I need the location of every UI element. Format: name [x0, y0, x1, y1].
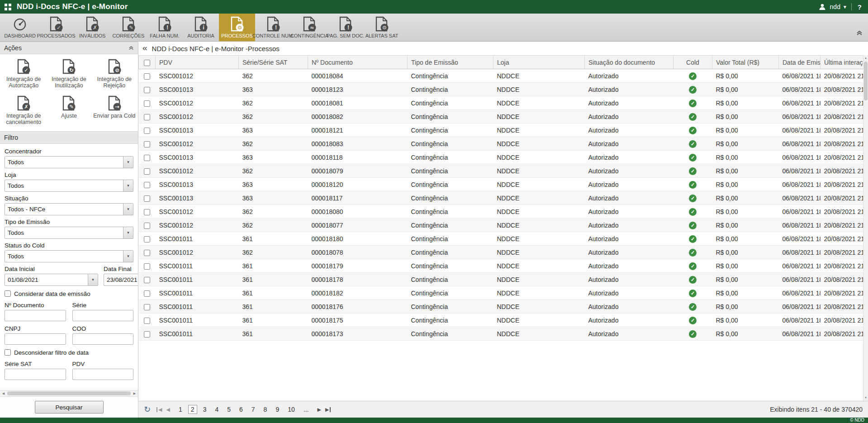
row-checkbox[interactable] — [144, 290, 150, 297]
user-menu-button[interactable]: ndd ▼ — [830, 3, 847, 10]
table-row[interactable]: SSC001013363000018121ContingênciaNDDCEAu… — [139, 124, 863, 137]
column-header-1[interactable]: PDV — [156, 56, 239, 69]
tab-falha-num[interactable]: !FALHA NUM. — [147, 14, 183, 41]
tab-auditoria[interactable]: iAUDITORIA — [183, 14, 219, 41]
row-checkbox[interactable] — [144, 168, 150, 175]
row-checkbox[interactable] — [144, 223, 150, 229]
scrollbar-thumb[interactable] — [7, 391, 131, 395]
coo-input[interactable] — [72, 333, 134, 345]
table-row[interactable]: SSC001011361000018175ContingênciaNDDCEAu… — [139, 314, 863, 327]
page-10-button[interactable]: 10 — [285, 405, 298, 414]
sidebar-horizontal-scrollbar[interactable]: ◀ ▶ — [0, 390, 138, 397]
row-checkbox[interactable] — [144, 73, 150, 80]
desconsiderar-data-checkbox[interactable] — [5, 349, 11, 356]
table-row[interactable]: SSC001012362000018077ContingênciaNDDCEAu… — [139, 219, 863, 232]
filter-select-status-cold[interactable]: Todos▼ — [5, 250, 133, 262]
page-1-button[interactable]: 1 — [176, 405, 185, 414]
table-row[interactable]: SSC001013363000018123ContingênciaNDDCEAu… — [139, 83, 863, 96]
tab-controle-num[interactable]: !CONTROLE NUM. — [255, 14, 291, 41]
table-row[interactable]: SSC001012362000018078ContingênciaNDDCEAu… — [139, 246, 863, 259]
checkbox-desconsiderar-data[interactable]: Desconsiderar filtro de data — [5, 349, 133, 356]
considerar-emissao-checkbox[interactable] — [5, 290, 11, 297]
previous-page-button[interactable]: ◀ — [166, 407, 170, 412]
row-checkbox[interactable] — [144, 182, 150, 188]
tab-dashboard[interactable]: DASHBOARD — [2, 14, 38, 41]
table-row[interactable]: SSC001012362000018079ContingênciaNDDCEAu… — [139, 164, 863, 178]
row-checkbox[interactable] — [144, 114, 150, 120]
row-checkbox[interactable] — [144, 331, 150, 337]
row-checkbox[interactable] — [144, 263, 150, 270]
row-checkbox[interactable] — [144, 155, 150, 161]
table-row[interactable]: SSC001013363000018117ContingênciaNDDCEAu… — [139, 191, 863, 205]
date-initial-input[interactable] — [5, 276, 88, 283]
collapse-actions-icon[interactable] — [128, 46, 134, 50]
page-3-button[interactable]: 3 — [200, 405, 209, 414]
column-header-4[interactable]: Tipo de Emissão — [408, 56, 493, 69]
filter-select-tipo-emissao[interactable]: Todos▼ — [5, 227, 133, 239]
column-header-5[interactable]: Loja — [493, 56, 585, 69]
column-header-2[interactable]: Série/Série SAT — [239, 56, 308, 69]
collapse-sidebar-icon[interactable]: « — [142, 43, 147, 52]
row-checkbox[interactable] — [144, 128, 150, 134]
last-page-button[interactable]: ▶ — [325, 407, 331, 412]
tab-processos[interactable]: ⚙PROCESSOS — [219, 14, 255, 41]
tab-alertas-sat[interactable]: ⚙ALERTAS SAT — [364, 14, 400, 41]
filter-select-concentrador[interactable]: Todos▼ — [5, 156, 133, 168]
app-launcher-icon[interactable] — [5, 4, 11, 10]
column-header-7[interactable]: Cold — [674, 56, 712, 69]
row-checkbox[interactable] — [144, 236, 150, 242]
table-row[interactable]: SSC001011361000018173ContingênciaNDDCEAu… — [139, 327, 863, 341]
action-enviar-para-cold[interactable]: →Enviar para Cold — [93, 95, 135, 126]
table-row[interactable]: SSC001011361000018182ContingênciaNDDCEAu… — [139, 286, 863, 300]
date-initial-picker[interactable]: ▼ — [5, 274, 98, 286]
serie-sat-input[interactable] — [5, 369, 66, 380]
row-checkbox[interactable] — [144, 250, 150, 256]
action-integracao-inutilizacao[interactable]: ↻Integração de Inutilização — [47, 59, 91, 89]
row-checkbox[interactable] — [144, 141, 150, 147]
date-final-picker[interactable]: ▼ — [104, 274, 138, 286]
page-7-button[interactable]: 7 — [249, 405, 258, 414]
scroll-right-icon[interactable]: ▶ — [131, 392, 138, 395]
select-all-checkbox[interactable] — [144, 60, 150, 66]
table-vertical-scrollbar[interactable]: ▲ ▼ — [863, 55, 868, 401]
table-row[interactable]: SSC001012362000018083ContingênciaNDDCEAu… — [139, 137, 863, 151]
filter-select-situacao[interactable]: Todos - NFCe▼ — [5, 203, 133, 215]
serie-input[interactable] — [72, 310, 134, 321]
column-header-9[interactable]: Data de Emissão — [779, 56, 821, 69]
row-checkbox[interactable] — [144, 195, 150, 202]
row-checkbox[interactable] — [144, 304, 150, 310]
scroll-down-icon[interactable]: ▼ — [863, 395, 868, 401]
column-header-3[interactable]: Nº Documento — [308, 56, 408, 69]
tab-processados[interactable]: ✓PROCESSADOS — [38, 14, 74, 41]
n-documento-input[interactable] — [5, 310, 66, 321]
page-5-button[interactable]: 5 — [224, 405, 233, 414]
scroll-left-icon[interactable]: ◀ — [0, 392, 7, 395]
table-row[interactable]: SSC001012362000018082ContingênciaNDDCEAu… — [139, 110, 863, 124]
page-4-button[interactable]: 4 — [212, 405, 221, 414]
table-row[interactable]: SSC001012362000018081ContingênciaNDDCEAu… — [139, 96, 863, 110]
search-button[interactable]: Pesquisar — [35, 401, 104, 413]
action-ajuste[interactable]: ✎Ajuste — [61, 95, 77, 126]
action-integracao-autorizacao[interactable]: ✓Integração de Autorização — [1, 59, 46, 89]
help-button[interactable]: ? — [856, 3, 863, 11]
table-row[interactable]: SSC001011361000018180ContingênciaNDDCEAu… — [139, 232, 863, 246]
column-header-6[interactable]: Situação do documento — [585, 56, 674, 69]
table-row[interactable]: SSC001011361000018176ContingênciaNDDCEAu… — [139, 300, 863, 314]
page-6-button[interactable]: 6 — [237, 405, 246, 414]
scrollbar-thumb[interactable] — [864, 62, 868, 100]
column-header-8[interactable]: Valor Total (R$) — [712, 56, 779, 69]
page-8-button[interactable]: 8 — [261, 405, 270, 414]
first-page-button[interactable]: ◀ — [157, 407, 162, 412]
scroll-up-icon[interactable]: ▲ — [863, 55, 868, 61]
column-header-10[interactable]: Última interação — [821, 56, 863, 69]
row-checkbox[interactable] — [144, 100, 150, 107]
date-final-input[interactable] — [104, 276, 138, 283]
filter-select-loja[interactable]: Todos▼ — [5, 180, 133, 192]
row-checkbox[interactable] — [144, 277, 150, 283]
row-checkbox[interactable] — [144, 209, 150, 215]
table-row[interactable]: SSC001012362000018084ContingênciaNDDCEAu… — [139, 69, 863, 83]
page-2-button[interactable]: 2 — [188, 405, 197, 414]
tab-invalidos[interactable]: ✗INVÁLIDOS — [74, 14, 110, 41]
cnpj-input[interactable] — [5, 333, 66, 345]
page-9-button[interactable]: 9 — [273, 405, 282, 414]
